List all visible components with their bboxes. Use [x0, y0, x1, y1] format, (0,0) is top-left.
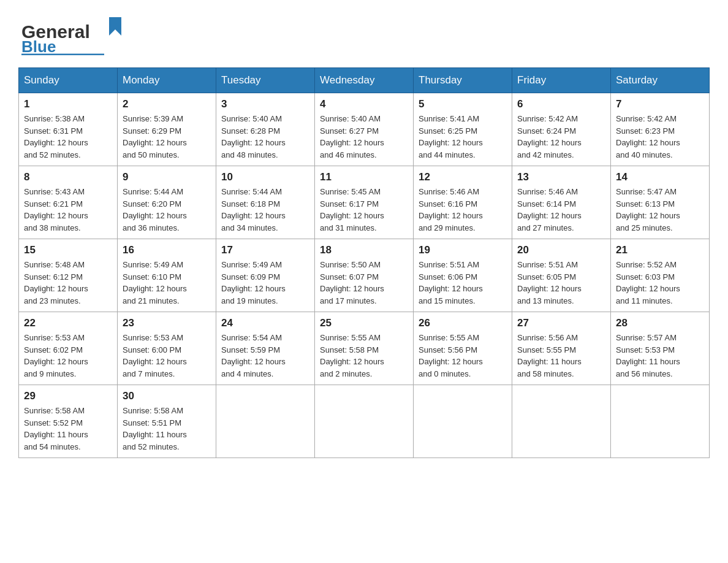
weekday-header-thursday: Thursday: [414, 68, 512, 93]
week-row-2: 8Sunrise: 5:43 AMSunset: 6:21 PMDaylight…: [19, 166, 710, 239]
day-info: Sunrise: 5:52 AMSunset: 6:03 PMDaylight:…: [616, 259, 704, 307]
day-number: 3: [221, 98, 309, 110]
calendar-cell: 14Sunrise: 5:47 AMSunset: 6:13 PMDayligh…: [611, 166, 710, 239]
day-info: Sunrise: 5:58 AMSunset: 5:51 PMDaylight:…: [123, 405, 211, 453]
day-number: 30: [123, 390, 211, 402]
calendar-cell: 24Sunrise: 5:54 AMSunset: 5:59 PMDayligh…: [216, 312, 315, 385]
day-number: 14: [616, 171, 704, 183]
day-number: 1: [24, 98, 112, 110]
calendar-cell: [611, 385, 710, 458]
calendar-cell: 23Sunrise: 5:53 AMSunset: 6:00 PMDayligh…: [118, 312, 216, 385]
day-info: Sunrise: 5:46 AMSunset: 6:14 PMDaylight:…: [517, 186, 605, 234]
day-info: Sunrise: 5:55 AMSunset: 5:56 PMDaylight:…: [419, 332, 507, 380]
calendar-cell: 17Sunrise: 5:49 AMSunset: 6:09 PMDayligh…: [216, 239, 315, 312]
day-number: 20: [517, 244, 605, 256]
weekday-header-sunday: Sunday: [19, 68, 118, 93]
day-info: Sunrise: 5:42 AMSunset: 6:24 PMDaylight:…: [517, 113, 605, 161]
week-row-5: 29Sunrise: 5:58 AMSunset: 5:52 PMDayligh…: [19, 385, 710, 458]
calendar-cell: 30Sunrise: 5:58 AMSunset: 5:51 PMDayligh…: [118, 385, 216, 458]
day-info: Sunrise: 5:58 AMSunset: 5:52 PMDaylight:…: [24, 405, 112, 453]
day-number: 23: [123, 317, 211, 329]
day-info: Sunrise: 5:44 AMSunset: 6:18 PMDaylight:…: [221, 186, 309, 234]
calendar-cell: 21Sunrise: 5:52 AMSunset: 6:03 PMDayligh…: [611, 239, 710, 312]
weekday-header-row: SundayMondayTuesdayWednesdayThursdayFrid…: [19, 68, 710, 93]
day-number: 6: [517, 98, 605, 110]
day-info: Sunrise: 5:42 AMSunset: 6:23 PMDaylight:…: [616, 113, 704, 161]
day-info: Sunrise: 5:46 AMSunset: 6:16 PMDaylight:…: [419, 186, 507, 234]
weekday-header-tuesday: Tuesday: [216, 68, 315, 93]
day-info: Sunrise: 5:44 AMSunset: 6:20 PMDaylight:…: [123, 186, 211, 234]
weekday-header-wednesday: Wednesday: [315, 68, 414, 93]
day-number: 8: [24, 171, 112, 183]
day-number: 24: [221, 317, 309, 329]
day-info: Sunrise: 5:48 AMSunset: 6:12 PMDaylight:…: [24, 259, 112, 307]
day-number: 2: [123, 98, 211, 110]
day-info: Sunrise: 5:40 AMSunset: 6:27 PMDaylight:…: [320, 113, 408, 161]
calendar-cell: 26Sunrise: 5:55 AMSunset: 5:56 PMDayligh…: [414, 312, 512, 385]
day-info: Sunrise: 5:54 AMSunset: 5:59 PMDaylight:…: [221, 332, 309, 380]
logo-svg: General Blue: [18, 12, 129, 55]
calendar-cell: 7Sunrise: 5:42 AMSunset: 6:23 PMDaylight…: [611, 93, 710, 166]
day-info: Sunrise: 5:41 AMSunset: 6:25 PMDaylight:…: [419, 113, 507, 161]
calendar-cell: [315, 385, 414, 458]
calendar-cell: 9Sunrise: 5:44 AMSunset: 6:20 PMDaylight…: [118, 166, 216, 239]
svg-text:Blue: Blue: [21, 37, 56, 55]
day-info: Sunrise: 5:57 AMSunset: 5:53 PMDaylight:…: [616, 332, 704, 380]
week-row-4: 22Sunrise: 5:53 AMSunset: 6:02 PMDayligh…: [19, 312, 710, 385]
calendar-cell: 8Sunrise: 5:43 AMSunset: 6:21 PMDaylight…: [19, 166, 118, 239]
day-number: 4: [320, 98, 408, 110]
calendar-cell: 28Sunrise: 5:57 AMSunset: 5:53 PMDayligh…: [611, 312, 710, 385]
day-number: 29: [24, 390, 112, 402]
week-row-1: 1Sunrise: 5:38 AMSunset: 6:31 PMDaylight…: [19, 93, 710, 166]
calendar-cell: 29Sunrise: 5:58 AMSunset: 5:52 PMDayligh…: [19, 385, 118, 458]
calendar-cell: 19Sunrise: 5:51 AMSunset: 6:06 PMDayligh…: [414, 239, 512, 312]
day-info: Sunrise: 5:38 AMSunset: 6:31 PMDaylight:…: [24, 113, 112, 161]
calendar-table: SundayMondayTuesdayWednesdayThursdayFrid…: [18, 67, 710, 458]
day-info: Sunrise: 5:51 AMSunset: 6:05 PMDaylight:…: [517, 259, 605, 307]
calendar-cell: [414, 385, 512, 458]
weekday-header-friday: Friday: [512, 68, 611, 93]
day-number: 19: [419, 244, 507, 256]
calendar-cell: 5Sunrise: 5:41 AMSunset: 6:25 PMDaylight…: [414, 93, 512, 166]
svg-marker-1: [109, 17, 121, 36]
logo: General Blue: [18, 12, 129, 55]
day-info: Sunrise: 5:49 AMSunset: 6:09 PMDaylight:…: [221, 259, 309, 307]
calendar-cell: 2Sunrise: 5:39 AMSunset: 6:29 PMDaylight…: [118, 93, 216, 166]
calendar-cell: [216, 385, 315, 458]
calendar-cell: 1Sunrise: 5:38 AMSunset: 6:31 PMDaylight…: [19, 93, 118, 166]
day-info: Sunrise: 5:55 AMSunset: 5:58 PMDaylight:…: [320, 332, 408, 380]
calendar-cell: 15Sunrise: 5:48 AMSunset: 6:12 PMDayligh…: [19, 239, 118, 312]
calendar-cell: 11Sunrise: 5:45 AMSunset: 6:17 PMDayligh…: [315, 166, 414, 239]
day-number: 10: [221, 171, 309, 183]
calendar-cell: 4Sunrise: 5:40 AMSunset: 6:27 PMDaylight…: [315, 93, 414, 166]
day-number: 7: [616, 98, 704, 110]
day-info: Sunrise: 5:45 AMSunset: 6:17 PMDaylight:…: [320, 186, 408, 234]
day-info: Sunrise: 5:39 AMSunset: 6:29 PMDaylight:…: [123, 113, 211, 161]
day-number: 5: [419, 98, 507, 110]
week-row-3: 15Sunrise: 5:48 AMSunset: 6:12 PMDayligh…: [19, 239, 710, 312]
calendar-cell: 25Sunrise: 5:55 AMSunset: 5:58 PMDayligh…: [315, 312, 414, 385]
day-number: 25: [320, 317, 408, 329]
day-info: Sunrise: 5:50 AMSunset: 6:07 PMDaylight:…: [320, 259, 408, 307]
day-number: 11: [320, 171, 408, 183]
day-number: 18: [320, 244, 408, 256]
day-info: Sunrise: 5:43 AMSunset: 6:21 PMDaylight:…: [24, 186, 112, 234]
calendar-cell: 6Sunrise: 5:42 AMSunset: 6:24 PMDaylight…: [512, 93, 611, 166]
day-info: Sunrise: 5:53 AMSunset: 6:02 PMDaylight:…: [24, 332, 112, 380]
day-number: 26: [419, 317, 507, 329]
calendar-cell: 22Sunrise: 5:53 AMSunset: 6:02 PMDayligh…: [19, 312, 118, 385]
day-number: 13: [517, 171, 605, 183]
day-info: Sunrise: 5:47 AMSunset: 6:13 PMDaylight:…: [616, 186, 704, 234]
calendar-cell: 27Sunrise: 5:56 AMSunset: 5:55 PMDayligh…: [512, 312, 611, 385]
day-number: 22: [24, 317, 112, 329]
day-info: Sunrise: 5:53 AMSunset: 6:00 PMDaylight:…: [123, 332, 211, 380]
calendar-cell: [512, 385, 611, 458]
day-info: Sunrise: 5:56 AMSunset: 5:55 PMDaylight:…: [517, 332, 605, 380]
calendar-cell: 12Sunrise: 5:46 AMSunset: 6:16 PMDayligh…: [414, 166, 512, 239]
day-number: 15: [24, 244, 112, 256]
day-info: Sunrise: 5:40 AMSunset: 6:28 PMDaylight:…: [221, 113, 309, 161]
day-info: Sunrise: 5:51 AMSunset: 6:06 PMDaylight:…: [419, 259, 507, 307]
calendar-cell: 20Sunrise: 5:51 AMSunset: 6:05 PMDayligh…: [512, 239, 611, 312]
calendar-cell: 18Sunrise: 5:50 AMSunset: 6:07 PMDayligh…: [315, 239, 414, 312]
day-number: 12: [419, 171, 507, 183]
